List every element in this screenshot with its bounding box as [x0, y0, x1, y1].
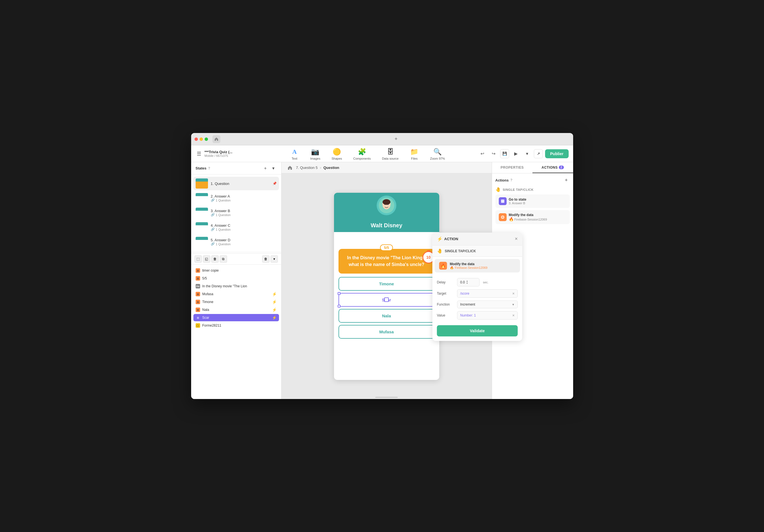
- datasource-tool[interactable]: 🗄 Data source: [380, 146, 401, 161]
- state-item-3[interactable]: 3. Answer B 🔗 1 Question: [193, 206, 279, 220]
- layer-timer-copie[interactable]: ⊞ timer copie: [193, 267, 279, 274]
- goto-title: Go to state: [509, 198, 526, 202]
- state-item-1[interactable]: 1. Question 📌: [193, 177, 279, 190]
- zoom-tool-label: Zoom 97%: [430, 157, 445, 160]
- home-button[interactable]: [213, 135, 220, 143]
- states-actions: + ▾: [262, 165, 277, 172]
- zoom-tool-icon: 🔍: [433, 147, 442, 156]
- layer-name-timone: Timone: [202, 300, 270, 304]
- files-tool[interactable]: 📁 Files: [408, 146, 421, 161]
- components-tool[interactable]: 🧩 Components: [351, 146, 373, 161]
- goto-sub: 3. Answer B: [509, 202, 526, 205]
- scrollbar-x: [375, 397, 398, 398]
- states-list: 1. Question 📌 2. Answer A 🔗 1 Question: [191, 175, 281, 251]
- answer-timone[interactable]: Timone: [338, 277, 435, 291]
- layer-counter[interactable]: ⊞ 5/5: [193, 275, 279, 282]
- share-button[interactable]: ↗: [534, 149, 543, 158]
- layer-buttons: ⬚ ◱ 🗑 ⧉: [195, 255, 227, 263]
- handle-tr: [433, 292, 436, 295]
- action-card-modify[interactable]: Modify the data 🔥 Firebase-Session12069: [495, 210, 570, 224]
- state-item-2[interactable]: 2. Answer A 🔗 1 Question: [193, 191, 279, 205]
- states-help-icon: ?: [208, 166, 210, 170]
- panel-content: Actions ? + 🤚 SINGLE TAP/CLICK: [492, 173, 573, 399]
- layer-question-text[interactable]: Aa In the Disney movie "The Lion: [193, 282, 279, 290]
- layer-scar[interactable]: ⊞ Scar ⚡: [193, 314, 279, 321]
- save-button[interactable]: 💾: [500, 149, 509, 158]
- action-row-modify: Modify the data 🔥 Firebase-Session12069: [499, 213, 566, 221]
- close-button[interactable]: [195, 137, 198, 141]
- toolbar-right: ↩ ↪ 💾 ▶ ▾ ↗ Publier: [478, 149, 568, 158]
- toolbar-center: A Text 📷 Images 🟡 Shapes 🧩 Components 🗄: [257, 146, 478, 161]
- action-icon-nala: ⚡: [272, 307, 277, 312]
- main-area: States ? + ▾ 1. Question 📌: [191, 162, 573, 399]
- layer-timone[interactable]: ⊞ Timone ⚡: [193, 298, 279, 305]
- states-title: States ?: [196, 166, 210, 170]
- answer-nala[interactable]: Nala: [338, 309, 435, 323]
- character-avatar: [377, 196, 396, 215]
- breadcrumb-current: Question: [323, 166, 339, 170]
- tab-properties[interactable]: PROPERTIES: [492, 162, 533, 173]
- zoom-tool[interactable]: 🔍 Zoom 97%: [428, 146, 447, 161]
- maximize-button[interactable]: [205, 137, 208, 141]
- add-action-button[interactable]: +: [563, 177, 570, 184]
- layer-icon-timone: ⊞: [196, 300, 200, 304]
- layer-more-button[interactable]: ▾: [271, 255, 278, 263]
- layer-forme[interactable]: ⬡ Forme28211: [193, 322, 279, 329]
- app-title: ***Trivia Quiz (...: [205, 150, 233, 154]
- app-info: ***Trivia Quiz (... Mobile / 667x375: [205, 150, 233, 157]
- dropdown-button[interactable]: ▾: [523, 149, 532, 158]
- state-sub-2: 🔗 1 Question: [211, 198, 277, 202]
- add-state-button[interactable]: +: [262, 165, 269, 172]
- svg-rect-7: [501, 200, 504, 203]
- layer-group-button[interactable]: ⬚: [195, 255, 202, 263]
- undo-button[interactable]: ↩: [478, 149, 487, 158]
- menu-button[interactable]: ☰: [196, 150, 202, 158]
- action-icon-scar: ⚡: [272, 315, 277, 320]
- images-tool-label: Images: [310, 157, 320, 160]
- publish-button[interactable]: Publier: [545, 149, 568, 158]
- layer-copy-button[interactable]: ⧉: [220, 255, 227, 263]
- handle-br: [433, 305, 436, 307]
- answer-mufasa[interactable]: Mufasa: [338, 325, 435, 339]
- layer-ungroup-button[interactable]: ◱: [203, 255, 210, 263]
- state-item-5[interactable]: 5. Answer D 🔗 1 Question: [193, 235, 279, 249]
- layer-nala[interactable]: ⊞ Nala ⚡: [193, 306, 279, 313]
- text-tool-icon: A: [290, 147, 299, 156]
- canvas-home-button[interactable]: [286, 164, 294, 172]
- titlebar: +: [191, 133, 573, 145]
- sidebar: States ? + ▾ 1. Question 📌: [191, 162, 282, 399]
- tab-bar: +: [223, 135, 570, 143]
- modify-sub: 🔥 Firebase-Session12069: [509, 217, 547, 221]
- breadcrumb-step1[interactable]: 7. Question 5: [296, 166, 318, 170]
- firebase-icon: 🔥: [509, 217, 514, 221]
- state-name-2: 2. Answer A: [211, 194, 277, 198]
- state-name-4: 4. Answer C: [211, 223, 277, 228]
- phone-header: Walt Disney: [334, 193, 439, 232]
- breadcrumb: 7. Question 5 › Question: [296, 166, 339, 170]
- text-tool-label: Text: [291, 157, 297, 160]
- states-menu-button[interactable]: ▾: [270, 165, 277, 172]
- components-tool-label: Components: [353, 157, 371, 160]
- new-tab-button[interactable]: +: [392, 135, 400, 143]
- shapes-tool[interactable]: 🟡 Shapes: [329, 146, 344, 161]
- state-info-4: 4. Answer C 🔗 1 Question: [211, 223, 277, 231]
- canvas-content[interactable]: Walt Disney 10 5/5 In the Disney movie "…: [282, 173, 492, 399]
- state-sub-5: 🔗 1 Question: [211, 242, 277, 246]
- text-tool[interactable]: A Text: [288, 146, 301, 161]
- timer-badge: 10: [422, 251, 435, 264]
- layer-mufasa[interactable]: ⊞ Mufasa ⚡: [193, 290, 279, 298]
- redo-button[interactable]: ↪: [489, 149, 498, 158]
- images-tool[interactable]: 📷 Images: [308, 146, 322, 161]
- minimize-button[interactable]: [200, 137, 203, 141]
- play-button[interactable]: ▶: [511, 149, 520, 158]
- app-window: + ☰ ***Trivia Quiz (... Mobile / 667x375…: [191, 133, 573, 399]
- action-card-goto[interactable]: Go to state 3. Answer B: [495, 194, 570, 208]
- tab-actions[interactable]: ACTIONS 2: [532, 162, 573, 173]
- layer-trash-button[interactable]: 🗑: [262, 255, 270, 263]
- state-info-2: 2. Answer A 🔗 1 Question: [211, 194, 277, 202]
- state-name-3: 3. Answer B: [211, 209, 277, 213]
- layer-delete-button[interactable]: 🗑: [211, 255, 219, 263]
- state-item-4[interactable]: 4. Answer C 🔗 1 Question: [193, 221, 279, 234]
- state-info-1: 1. Question: [211, 182, 270, 186]
- datasource-tool-icon: 🗄: [386, 147, 395, 156]
